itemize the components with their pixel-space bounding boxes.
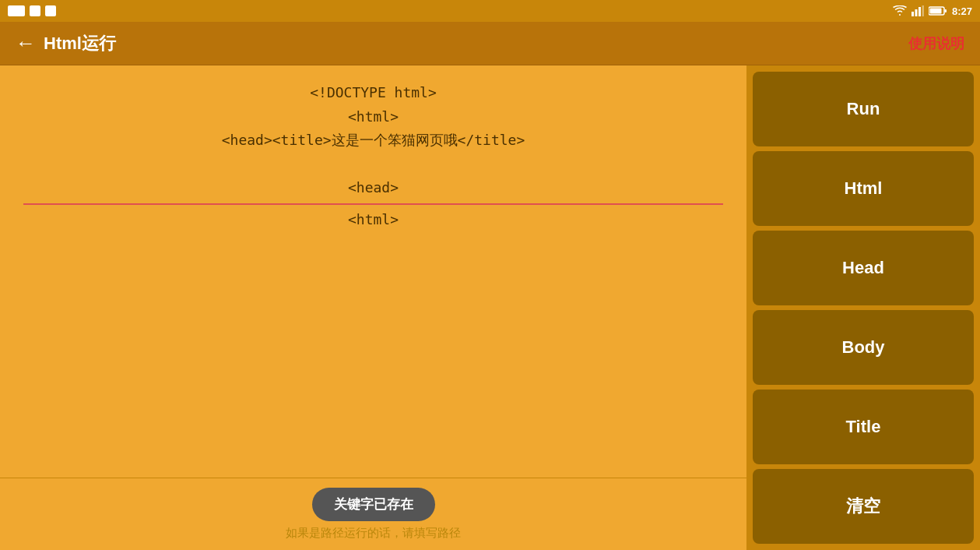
page-title: Html运行	[44, 32, 116, 55]
back-button[interactable]: ←	[16, 31, 36, 55]
code-line-3: <head><title>这是一个笨猫网页哦</title>	[23, 129, 723, 153]
code-line-6: <html>	[23, 208, 723, 232]
svg-rect-0	[912, 12, 914, 16]
svg-rect-3	[922, 5, 924, 16]
svg-rect-5	[944, 9, 947, 12]
status-icon-1	[30, 5, 40, 16]
svg-rect-6	[929, 9, 941, 14]
top-bar-left: ← Html运行	[16, 31, 116, 55]
keyword-badge: 关键字已存在	[312, 488, 435, 521]
code-line-4	[23, 153, 723, 177]
status-bar: 8:27	[0, 0, 980, 22]
editor-area[interactable]: <!DOCTYPE html> <html> <head><title>这是一个…	[0, 65, 746, 550]
code-line-5: <head>	[23, 176, 723, 205]
help-link[interactable]: 使用说明	[908, 34, 964, 53]
html-button[interactable]: Html	[753, 151, 974, 226]
sidebar: Run Html Head Body Title 清空	[746, 65, 980, 550]
main-area: <!DOCTYPE html> <html> <head><title>这是一个…	[0, 65, 980, 550]
svg-rect-2	[919, 7, 921, 16]
status-bar-left	[8, 5, 56, 16]
battery-icon	[929, 5, 947, 16]
head-button[interactable]: Head	[753, 231, 974, 305]
keyboard-icon	[8, 5, 25, 16]
status-icon-2	[45, 5, 56, 16]
wifi-icon	[893, 5, 907, 16]
signal-icon	[912, 5, 924, 16]
code-display[interactable]: <!DOCTYPE html> <html> <head><title>这是一个…	[0, 65, 746, 478]
clear-button[interactable]: 清空	[753, 469, 974, 544]
svg-rect-1	[915, 9, 917, 16]
title-button[interactable]: Title	[753, 390, 974, 464]
code-line-1: <!DOCTYPE html>	[23, 81, 723, 105]
status-bar-right: 8:27	[893, 5, 972, 17]
top-bar: ← Html运行 使用说明	[0, 22, 980, 65]
code-line-2: <html>	[23, 105, 723, 129]
body-button[interactable]: Body	[753, 310, 974, 385]
clock: 8:27	[952, 5, 972, 17]
path-hint: 如果是路径运行的话，请填写路径	[286, 526, 461, 541]
run-button[interactable]: Run	[753, 72, 974, 146]
editor-bottom: 关键字已存在 如果是路径运行的话，请填写路径	[0, 478, 746, 550]
